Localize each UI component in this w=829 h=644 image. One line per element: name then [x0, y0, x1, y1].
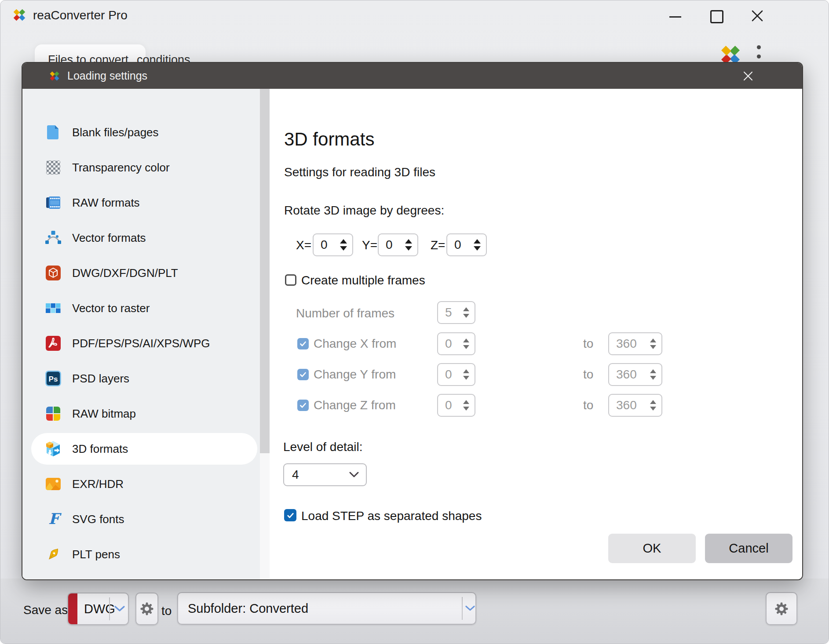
change-from-spinner[interactable]: 0 — [437, 332, 475, 355]
change-axis-label: Change Z from — [314, 398, 396, 412]
save-as-label: Save as — [23, 603, 68, 617]
spinner-value: 360 — [616, 337, 637, 351]
axis-label: Z= — [431, 238, 445, 252]
spinner-value: 360 — [616, 367, 637, 382]
to-label: to — [161, 604, 172, 618]
spinner-arrows[interactable] — [463, 338, 469, 349]
window-title: reaConverter Pro — [33, 8, 128, 22]
number-of-frames-spinner[interactable]: 5 — [437, 301, 475, 324]
rotate-section-label: Rotate 3D image by degrees: — [284, 204, 444, 218]
output-format-value: DWG — [84, 602, 115, 616]
app-logo-icon — [11, 7, 28, 23]
destination-value: Subfolder: Converted — [188, 601, 308, 616]
chevron-down-icon — [465, 605, 475, 612]
change-axis-label: Change Y from — [314, 367, 396, 382]
change-from-spinner[interactable]: 0 — [437, 394, 475, 417]
spinner-arrows[interactable] — [650, 400, 656, 411]
create-multiple-frames-label: Create multiple frames — [301, 273, 425, 287]
axis-label: X= — [296, 238, 311, 252]
change-axis-checkbox[interactable] — [297, 400, 309, 411]
load-step-checkbox[interactable] — [284, 509, 296, 521]
create-multiple-frames-checkbox[interactable] — [285, 274, 296, 286]
change-to-spinner[interactable]: 360 — [608, 394, 662, 417]
close-button[interactable] — [751, 9, 764, 22]
gear-icon — [139, 601, 154, 616]
dialog-close-icon[interactable] — [742, 70, 754, 82]
page-title: 3D formats — [284, 129, 374, 150]
destination-select[interactable]: Subfolder: Converted — [177, 592, 476, 625]
page-subtitle: Settings for reading 3D files — [284, 165, 435, 179]
format-settings-button[interactable] — [135, 593, 158, 625]
load-step-label: Load STEP as separated shapes — [301, 509, 482, 523]
spinner-value: 0 — [445, 367, 452, 382]
divider — [462, 597, 463, 620]
dialog-body: Blank files/pagesTransparency colorRAW f… — [22, 89, 802, 579]
dialog-logo-icon — [48, 69, 61, 83]
ok-button[interactable]: OK — [608, 534, 696, 563]
spinner-arrows[interactable] — [463, 400, 469, 411]
cancel-button[interactable]: Cancel — [705, 534, 792, 563]
divider — [109, 597, 110, 620]
to-word-label: to — [583, 398, 593, 412]
chevron-down-icon — [114, 605, 125, 612]
level-of-detail-value: 4 — [292, 468, 299, 482]
change-from-spinner[interactable]: 0 — [437, 363, 475, 386]
maximize-button[interactable] — [710, 10, 723, 23]
change-axis-label: Change X from — [314, 337, 396, 351]
screen: reaConverter Pro Files to convert condit… — [0, 0, 829, 644]
loading-settings-dialog: Loading settings Blank files/pagesTransp… — [22, 62, 803, 580]
output-format-select[interactable]: DWG — [67, 593, 129, 625]
number-of-frames-label: Number of frames — [296, 306, 394, 320]
spinner-arrows[interactable] — [463, 369, 469, 380]
conversion-bar: Save as DWG to Subfolder: Converted Conv… — [0, 579, 829, 644]
spinner-value: 0 — [445, 337, 452, 351]
chevron-down-icon — [349, 472, 359, 478]
change-to-spinner[interactable]: 360 — [608, 332, 662, 355]
spinner-value: 5 — [445, 306, 452, 320]
gear-icon — [774, 601, 789, 616]
axis-rotation-spinner[interactable]: 0 — [313, 233, 353, 256]
spinner-arrows[interactable] — [650, 369, 656, 380]
spinner-value: 0 — [386, 238, 393, 252]
to-word-label: to — [583, 367, 593, 382]
spinner-arrows[interactable] — [474, 239, 481, 251]
dialog-content: 3D formats Settings for reading 3D files… — [22, 89, 802, 579]
axis-label: Y= — [362, 238, 377, 252]
change-axis-checkbox[interactable] — [297, 369, 309, 380]
level-of-detail-label: Level of detail: — [283, 440, 363, 454]
axis-rotation-spinner[interactable]: 0 — [446, 233, 487, 256]
spinner-arrows[interactable] — [340, 239, 347, 251]
spinner-value: 0 — [321, 238, 328, 252]
level-of-detail-select[interactable]: 4 — [283, 463, 367, 486]
app-window: reaConverter Pro Files to convert condit… — [0, 0, 829, 644]
minimize-button[interactable] — [669, 16, 681, 18]
spinner-arrows[interactable] — [463, 307, 469, 318]
convert-settings-button[interactable] — [766, 592, 797, 625]
change-axis-checkbox[interactable] — [297, 338, 309, 349]
axis-rotation-spinner[interactable]: 0 — [378, 233, 418, 256]
spinner-value: 0 — [454, 238, 461, 252]
change-to-spinner[interactable]: 360 — [608, 363, 662, 386]
spinner-value: 360 — [616, 398, 637, 412]
dialog-title: Loading settings — [67, 69, 147, 82]
spinner-value: 0 — [445, 398, 452, 412]
dialog-header: Loading settings — [22, 63, 802, 89]
to-word-label: to — [583, 337, 593, 351]
spinner-arrows[interactable] — [650, 338, 656, 349]
spinner-arrows[interactable] — [405, 239, 412, 251]
format-color-stripe — [68, 593, 77, 624]
